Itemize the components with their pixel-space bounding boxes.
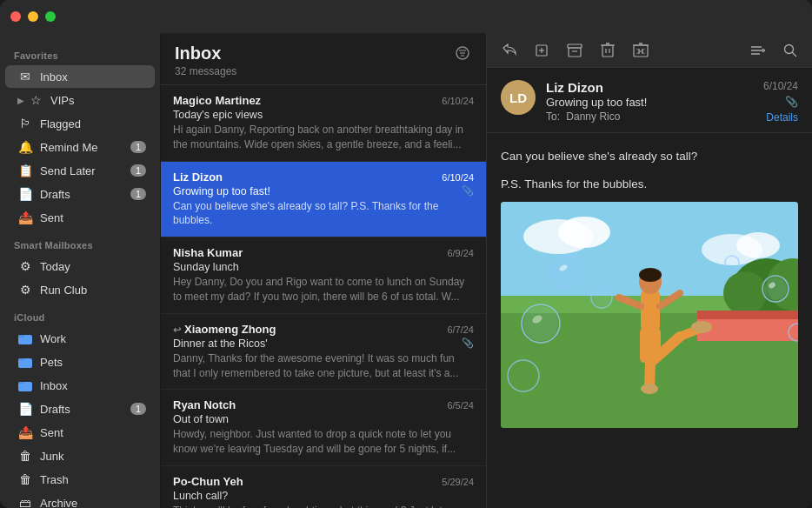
email-preview: Howdy, neighbor. Just wanted to drop a q… xyxy=(173,427,474,457)
svg-line-30 xyxy=(792,52,796,57)
email-subject: Out of town xyxy=(173,413,474,425)
icloud-drafts-icon: 📄 xyxy=(17,401,33,417)
detail-attachment-icon: 📎 xyxy=(785,96,798,108)
svg-point-38 xyxy=(736,232,780,258)
sidebar-item-label: Inbox xyxy=(40,70,146,84)
detail-subject: Growing up too fast! xyxy=(546,96,753,109)
sidebar-item-icloud-inbox[interactable]: Inbox xyxy=(5,374,155,397)
details-link[interactable]: Details xyxy=(766,111,798,124)
detail-date-area: 6/10/24 📎 Details xyxy=(763,80,798,124)
chevron-right-icon: ▶ xyxy=(17,96,24,105)
sidebar-item-icloud-sent[interactable]: 📤 Sent xyxy=(5,421,155,444)
email-list: Inbox 32 messages Magico Martine xyxy=(161,33,487,508)
sidebar-item-trash[interactable]: 🗑 Trash xyxy=(5,468,155,491)
sidebar-item-pets[interactable]: Pets xyxy=(5,351,155,373)
trash-button[interactable] xyxy=(598,41,617,60)
sidebar-item-junk[interactable]: 🗑 Junk xyxy=(5,444,155,467)
sidebar-item-archive[interactable]: 🗃 Archive xyxy=(5,491,155,508)
sidebar-item-label: Run Club xyxy=(40,284,146,297)
email-preview: Think you'll be free for a lunchtime cha… xyxy=(173,504,474,508)
sidebar-item-flagged[interactable]: 🏳 Flagged xyxy=(5,112,155,135)
sidebar-item-label: Today xyxy=(40,260,146,273)
svg-point-60 xyxy=(593,289,610,306)
svg-point-43 xyxy=(723,271,767,315)
email-item[interactable]: Po-Chun Yeh 5/29/24 Lunch call? Think yo… xyxy=(161,466,486,508)
svg-rect-12 xyxy=(569,48,581,57)
sidebar-item-vips[interactable]: ▶ ☆ VIPs xyxy=(5,89,155,111)
archive-icon: 🗃 xyxy=(17,495,33,508)
sidebar-item-sent[interactable]: 📤 Sent xyxy=(5,206,155,229)
email-item[interactable]: Nisha Kumar 6/9/24 Sunday lunch Hey Dann… xyxy=(161,237,486,314)
email-sender: Po-Chun Yeh xyxy=(173,475,243,488)
email-date: 6/10/24 xyxy=(442,172,474,183)
email-item[interactable]: ↩Xiaomeng Zhong 6/7/24 Dinner at the Ric… xyxy=(161,314,486,391)
sidebar-item-label: Remind Me xyxy=(40,141,130,154)
email-sender: Magico Martinez xyxy=(173,94,261,107)
sidebar-item-remind-me[interactable]: 🔔 Remind Me 1 xyxy=(5,136,155,158)
sidebar-item-label: Sent xyxy=(40,426,146,439)
today-icon: ⚙ xyxy=(17,258,33,274)
sidebar-item-inbox[interactable]: ✉ Inbox xyxy=(5,65,155,88)
icloud-drafts-badge: 1 xyxy=(130,403,146,415)
svg-rect-46 xyxy=(641,289,660,332)
close-button[interactable] xyxy=(10,11,21,22)
detail-sender: Liz Dizon xyxy=(546,80,753,95)
bell-icon: 🔔 xyxy=(17,139,33,155)
email-sender: Nisha Kumar xyxy=(173,246,243,259)
attachment-icon: 📎 xyxy=(462,185,474,197)
icloud-sent-icon: 📤 xyxy=(17,424,33,440)
sidebar-item-label: Send Later xyxy=(40,164,130,177)
drafts-icon: 📄 xyxy=(17,186,33,202)
minimize-button[interactable] xyxy=(28,11,38,22)
svg-text:LD: LD xyxy=(509,90,527,105)
email-subject: Dinner at the Ricos' 📎 xyxy=(173,338,474,350)
email-preview: Hi again Danny, Reporting back on anothe… xyxy=(173,123,474,152)
maximize-button[interactable] xyxy=(45,11,56,22)
sidebar-item-run-club[interactable]: ⚙ Run Club xyxy=(5,278,155,301)
email-preview: Can you believe she's already so tall? P… xyxy=(173,199,474,229)
compose-button[interactable] xyxy=(532,41,551,60)
body-line-2: P.S. Thanks for the bubbles. xyxy=(501,175,798,194)
main-content: Favorites ✉ Inbox ▶ ☆ VIPs 🏳 Flagged 🔔 R… xyxy=(0,33,812,508)
archive-button[interactable] xyxy=(565,41,584,60)
email-item[interactable]: Ryan Notch 6/5/24 Out of town Howdy, nei… xyxy=(161,390,486,466)
email-image xyxy=(501,202,798,428)
title-bar xyxy=(0,0,812,33)
svg-point-55 xyxy=(691,321,712,333)
svg-point-56 xyxy=(641,384,658,394)
detail-to-recipient: Danny Rico xyxy=(566,110,620,123)
sidebar-item-label: Trash xyxy=(40,473,146,486)
body-line-1: Can you believe she's already so tall? xyxy=(501,147,798,166)
email-subject: Sunday lunch xyxy=(173,261,474,273)
search-button[interactable] xyxy=(781,41,800,60)
filter-button[interactable] xyxy=(453,43,472,66)
svg-point-58 xyxy=(553,257,581,285)
run-club-icon: ⚙ xyxy=(17,282,33,297)
move-to-junk-button[interactable] xyxy=(631,41,650,60)
email-item[interactable]: Magico Martinez 6/10/24 Today's epic vie… xyxy=(161,85,486,162)
pets-folder-icon xyxy=(17,354,33,370)
email-subject: Lunch call? xyxy=(173,490,474,502)
email-date: 5/29/24 xyxy=(442,477,474,487)
folder-icon xyxy=(17,331,33,346)
sidebar-item-drafts[interactable]: 📄 Drafts 1 xyxy=(5,183,155,205)
sidebar-item-label: Flagged xyxy=(40,117,146,130)
email-subject: Today's epic views xyxy=(173,109,474,121)
sidebar-item-icloud-drafts[interactable]: 📄 Drafts 1 xyxy=(5,398,155,420)
sidebar-item-today[interactable]: ⚙ Today xyxy=(5,255,155,277)
email-item[interactable]: Liz Dizon 6/10/24 Growing up too fast! 📎… xyxy=(161,162,486,238)
sidebar-item-send-later[interactable]: 📋 Send Later 1 xyxy=(5,159,155,182)
detail-toolbar xyxy=(487,33,812,68)
junk-icon: 🗑 xyxy=(17,448,33,464)
email-items: Magico Martinez 6/10/24 Today's epic vie… xyxy=(161,85,486,508)
sidebar-item-work[interactable]: Work xyxy=(5,327,155,350)
favorites-header: Favorites xyxy=(0,40,160,64)
email-subject: Growing up too fast! 📎 xyxy=(173,185,474,197)
email-sender: Liz Dizon xyxy=(173,170,223,184)
reply-button[interactable] xyxy=(499,41,518,60)
svg-rect-14 xyxy=(602,45,613,57)
send-later-icon: 📋 xyxy=(17,163,33,178)
sidebar-item-label: Work xyxy=(40,332,146,345)
mail-window: Favorites ✉ Inbox ▶ ☆ VIPs 🏳 Flagged 🔔 R… xyxy=(0,0,812,508)
more-button[interactable] xyxy=(748,41,767,60)
